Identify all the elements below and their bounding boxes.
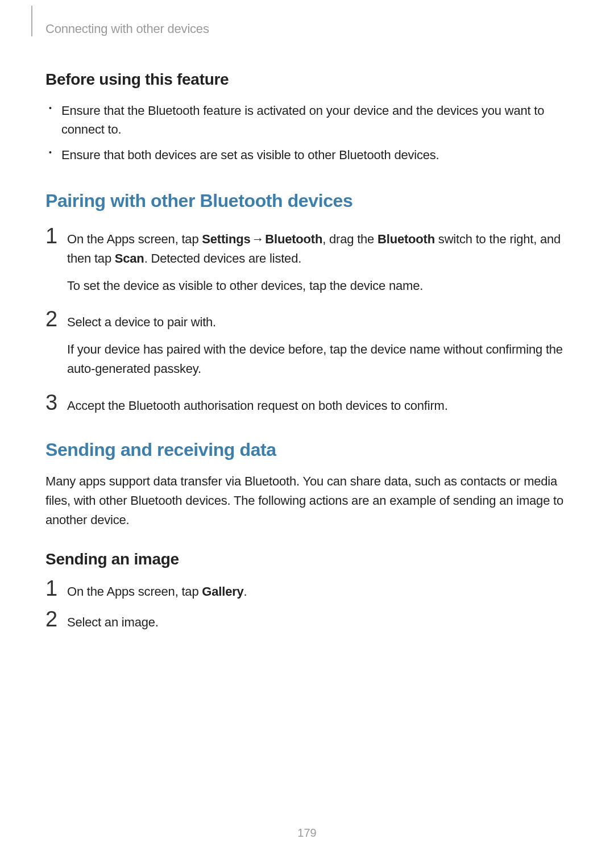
step-body: Select a device to pair with. If your de… xyxy=(64,312,569,379)
breadcrumb: Connecting with other devices xyxy=(45,22,569,36)
step-text: To set the device as visible to other de… xyxy=(67,276,569,296)
step-text: Accept the Bluetooth authorisation reque… xyxy=(67,396,569,416)
step-number: 2 xyxy=(45,308,64,330)
step-item: 1 On the Apps screen, tap Gallery. xyxy=(45,581,569,601)
step-item: 3 Accept the Bluetooth authorisation req… xyxy=(45,395,569,416)
page-number: 179 xyxy=(0,827,614,840)
step-item: 1 On the Apps screen, tap Settings → Blu… xyxy=(45,229,569,296)
section-heading-pairing: Pairing with other Bluetooth devices xyxy=(45,190,569,211)
header-divider xyxy=(31,6,32,36)
step-item: 2 Select a device to pair with. If your … xyxy=(45,312,569,379)
step-text: If your device has paired with the devic… xyxy=(67,340,569,379)
subheading-sending-image: Sending an image xyxy=(45,550,569,568)
bullet-item: Ensure that the Bluetooth feature is act… xyxy=(61,101,569,139)
step-number: 2 xyxy=(45,608,64,630)
intro-paragraph: Many apps support data transfer via Blue… xyxy=(45,472,569,530)
step-body: On the Apps screen, tap Gallery. xyxy=(64,581,569,601)
step-number: 1 xyxy=(45,578,64,599)
step-text: On the Apps screen, tap Settings → Bluet… xyxy=(67,230,569,268)
step-number: 1 xyxy=(45,225,64,247)
step-text: On the Apps screen, tap Gallery. xyxy=(67,582,569,601)
subheading-before-using: Before using this feature xyxy=(45,70,569,89)
step-text: Select a device to pair with. xyxy=(67,313,569,332)
step-text: Select an image. xyxy=(67,613,569,632)
step-body: Accept the Bluetooth authorisation reque… xyxy=(64,395,569,416)
step-body: Select an image. xyxy=(64,612,569,632)
step-item: 2 Select an image. xyxy=(45,612,569,632)
step-number: 3 xyxy=(45,392,64,413)
step-body: On the Apps screen, tap Settings → Bluet… xyxy=(64,229,569,296)
bullet-list: Ensure that the Bluetooth feature is act… xyxy=(45,101,569,164)
bullet-item: Ensure that both devices are set as visi… xyxy=(61,146,569,164)
section-heading-sending: Sending and receiving data xyxy=(45,439,569,460)
